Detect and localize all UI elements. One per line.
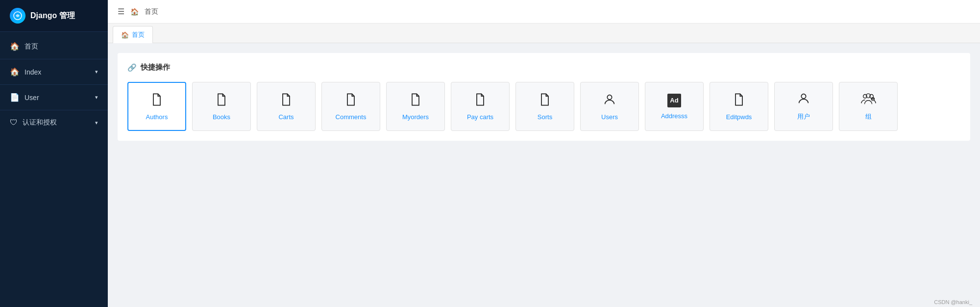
topbar-breadcrumb: 首页 [145,7,158,16]
main-content: ☰ 🏠 首页 🏠 首页 🔗 快捷操作 Authors Books [108,0,980,307]
sidebar-item-user-label: User [24,94,39,102]
tabbar: 🏠 首页 [108,24,980,43]
group-icon: ⚙ [860,92,876,107]
doc-icon [732,93,746,108]
sidebar-logo: Django 管理 [0,0,108,32]
sidebar-divider-3 [0,110,108,110]
tab-home-icon: 🏠 [121,31,129,39]
content-area: 🔗 快捷操作 Authors Books Carts Comments Myor… [108,43,980,297]
quick-item-label: Editpwds [726,113,752,121]
footer-text: CSDN @hanki_ [934,299,972,305]
sidebar-divider-1 [0,59,108,59]
home-icon: 🏠 [10,42,20,51]
quick-item-label: 用户 [797,112,810,121]
doc-icon [538,93,552,108]
svg-text:⚙: ⚙ [872,98,874,101]
sidebar-divider-2 [0,84,108,85]
quick-item-label: Users [601,113,618,121]
quick-actions-grid: Authors Books Carts Comments Myorders Pa… [127,82,960,131]
index-icon: 🏠 [10,67,20,77]
doc-icon [409,93,422,108]
quick-item-label: Books [213,113,230,121]
quick-item-books[interactable]: Books [192,82,251,131]
doc-icon [279,93,293,108]
sidebar-item-home[interactable]: 🏠 首页 [0,36,108,57]
ad-icon: Ad [667,94,681,107]
quick-item-sorts[interactable]: Sorts [515,82,574,131]
quick-item-label: Myorders [402,113,429,121]
sidebar-item-index-label: Index [24,68,41,76]
sidebar-menu: 🏠 首页 🏠 Index ▾ 📄 User ▾ 🛡 认证和授权 ▾ [0,32,108,307]
section-title: 🔗 快捷操作 [127,63,960,72]
quick-item-editpwds[interactable]: Editpwds [710,82,768,131]
quick-item-label: Comments [336,113,367,121]
quick-item-label: Carts [278,113,294,121]
content-card: 🔗 快捷操作 Authors Books Carts Comments Myor… [118,53,970,141]
user-icon [797,92,810,107]
quick-item-authors[interactable]: Authors [127,82,186,131]
quick-item-zu[interactable]: ⚙ 组 [839,82,898,131]
sidebar-item-home-label: 首页 [24,42,38,51]
logo-text: Django 管理 [30,11,75,21]
section-title-text: 快捷操作 [141,63,170,72]
topbar: ☰ 🏠 首页 [108,0,980,24]
topbar-home-icon: 🏠 [130,8,139,16]
quick-item-users[interactable]: Users [580,82,639,131]
user-icon [603,93,616,108]
auth-arrow-icon: ▾ [95,120,98,126]
quick-item-label: Authors [146,113,168,121]
auth-icon: 🛡 [10,118,18,127]
doc-icon [150,93,164,108]
svg-point-1 [607,95,612,99]
quick-item-myorders[interactable]: Myorders [386,82,445,131]
doc-icon [473,93,487,108]
quick-item-label: Addresss [661,112,687,120]
sidebar-item-auth-label: 认证和授权 [23,118,57,127]
quick-item-carts[interactable]: Carts [257,82,316,131]
link-icon: 🔗 [127,63,137,72]
tab-home[interactable]: 🏠 首页 [113,26,153,43]
sidebar-item-index[interactable]: 🏠 Index ▾ [0,61,108,82]
quick-item-addresss[interactable]: Ad Addresss [645,82,704,131]
doc-icon [344,93,358,108]
sidebar: Django 管理 🏠 首页 🏠 Index ▾ 📄 User ▾ 🛡 认证和授… [0,0,108,307]
logo-icon [10,8,25,24]
quick-item-pay-carts[interactable]: Pay carts [451,82,510,131]
sidebar-item-auth[interactable]: 🛡 认证和授权 ▾ [0,112,108,133]
sidebar-item-user[interactable]: 📄 User ▾ [0,87,108,108]
footer: CSDN @hanki_ [108,297,980,307]
doc-icon [215,93,228,108]
quick-item-yonghu[interactable]: 用户 [774,82,833,131]
quick-item-label: Sorts [538,113,552,121]
menu-toggle-icon[interactable]: ☰ [118,7,124,16]
tab-home-label: 首页 [132,30,145,39]
user-nav-icon: 📄 [10,93,20,102]
quick-item-label: 组 [865,112,872,121]
svg-point-2 [801,94,806,99]
index-arrow-icon: ▾ [95,69,98,75]
user-arrow-icon: ▾ [95,94,98,101]
quick-item-comments[interactable]: Comments [321,82,380,131]
quick-item-label: Pay carts [467,113,493,121]
